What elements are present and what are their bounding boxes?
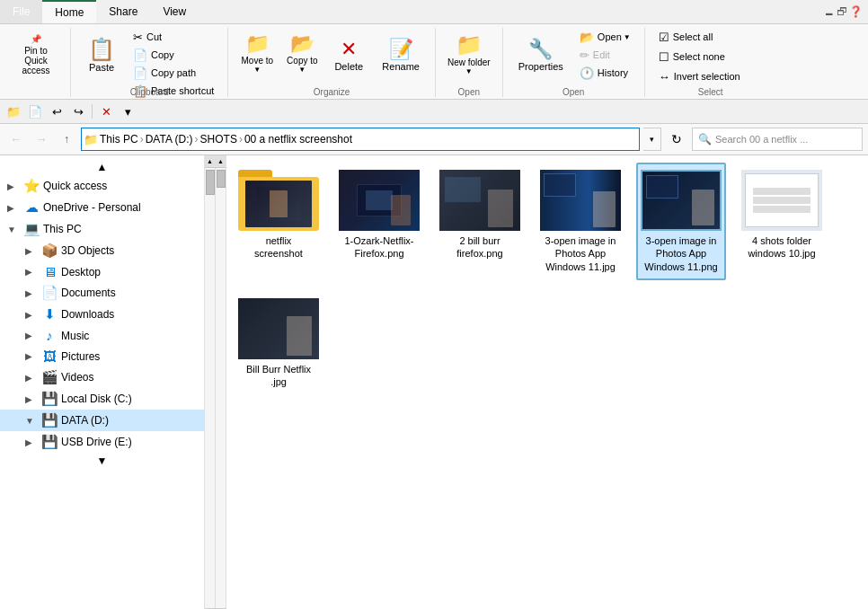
paste-icon: 📋 xyxy=(88,37,115,62)
sidebar-scrollbar-thumb[interactable] xyxy=(206,170,215,195)
back-button[interactable]: ← xyxy=(5,128,27,150)
expand-icon-e: ▶ xyxy=(25,437,38,447)
pin-icon: 📌 xyxy=(31,34,41,44)
thumb-6 xyxy=(238,298,319,359)
expand-icon-music: ▶ xyxy=(25,331,38,340)
sidebar-item-quick-access[interactable]: ▶ ⭐ Quick access xyxy=(0,175,204,197)
files-scrollbar: ▲ ▼ xyxy=(216,155,226,609)
sidebar-scroll-up-btn[interactable]: ▲ xyxy=(205,155,216,168)
documents-icon: 📄 xyxy=(41,285,58,301)
breadcrumb-sep-2: › xyxy=(195,133,199,146)
tab-home[interactable]: Home xyxy=(42,0,96,23)
search-box[interactable]: 🔍 Search 00 a netflix ... xyxy=(692,128,863,151)
address-dropdown-button[interactable]: ▾ xyxy=(643,128,661,151)
sidebar-scrollbar: ▲ ▼ xyxy=(204,155,215,609)
open-button[interactable]: 📂 Open ▼ xyxy=(573,28,637,46)
properties-button[interactable]: 🔧 Properties xyxy=(510,28,571,82)
tab-file[interactable]: File xyxy=(0,0,42,23)
breadcrumb-current[interactable]: 00 a netflix screenshot xyxy=(244,133,352,146)
redo-button[interactable]: ↪ xyxy=(68,102,88,121)
undo-button[interactable]: ↩ xyxy=(47,102,66,121)
forward-button[interactable]: → xyxy=(31,128,52,150)
3d-objects-icon: 📦 xyxy=(41,243,58,259)
thumb-3 xyxy=(540,170,621,231)
sidebar-item-usb-e[interactable]: ▶ 💾 USB Drive (E:) xyxy=(0,431,204,453)
select-all-icon: ☑ xyxy=(659,31,669,44)
copy-path-button[interactable]: 📄 Copy path xyxy=(127,64,220,82)
search-placeholder: Search 00 a netflix ... xyxy=(715,134,808,145)
tab-share[interactable]: Share xyxy=(96,0,150,23)
expand-icon-documents: ▶ xyxy=(25,288,38,298)
file-item-5[interactable]: 4 shots folder windows 10.jpg xyxy=(737,163,827,280)
sidebar: ▲ ▶ ⭐ Quick access ▶ ☁ OneDrive - Person… xyxy=(0,155,204,609)
move-icon: 📁 xyxy=(245,32,270,56)
file-item-3[interactable]: 3-open image in Photos App Windows 11.jp… xyxy=(536,163,625,280)
breadcrumb-this-pc[interactable]: This PC xyxy=(100,133,138,146)
sidebar-item-pictures[interactable]: ▶ 🖼 Pictures xyxy=(0,346,204,366)
select-all-button[interactable]: ☑ Select all xyxy=(652,28,769,46)
maximize-button[interactable]: 🗗 xyxy=(837,5,847,18)
copy-to-dropdown-icon: ▼ xyxy=(298,66,306,74)
qat-more-button[interactable]: ▾ xyxy=(118,102,137,121)
copy-button[interactable]: 📄 Copy xyxy=(127,46,220,64)
sidebar-item-onedrive[interactable]: ▶ ☁ OneDrive - Personal xyxy=(0,197,204,218)
search-icon: 🔍 xyxy=(698,133,712,146)
minimize-button[interactable]: 🗕 xyxy=(824,5,835,18)
invert-selection-button[interactable]: ↔ Invert selection xyxy=(652,67,769,85)
expand-icon-c: ▶ xyxy=(25,394,38,404)
delete-qat-button[interactable]: ✕ xyxy=(96,102,116,121)
file-item-6[interactable]: Bill Burr Netflix .jpg xyxy=(234,291,323,396)
new-folder-button[interactable]: 📁 New folder ▼ xyxy=(443,28,495,82)
sidebar-item-downloads[interactable]: ▶ ⬇ Downloads xyxy=(0,304,204,325)
properties-icon: 🔧 xyxy=(528,38,553,61)
new-folder-icon: 📁 xyxy=(456,32,483,57)
sidebar-item-desktop[interactable]: ▶ 🖥 Desktop xyxy=(0,261,204,282)
scissors-icon: ✂ xyxy=(133,31,143,44)
copy-icon: 📄 xyxy=(133,49,147,62)
ribbon-tabs: File Home Share View 🗕 🗗 ❓ xyxy=(0,0,868,24)
sidebar-scroll-down[interactable]: ▼ xyxy=(0,453,204,469)
sidebar-item-documents[interactable]: ▶ 📄 Documents xyxy=(0,282,204,304)
folder-thumbnail xyxy=(238,170,319,231)
videos-icon: 🎬 xyxy=(41,369,58,385)
rename-button[interactable]: 📝 Rename xyxy=(374,28,428,82)
sidebar-item-local-disk-c[interactable]: ▶ 💾 Local Disk (C:) xyxy=(0,388,204,410)
move-to-button[interactable]: 📁 Move to ▼ xyxy=(235,28,279,82)
files-scrollbar-thumb[interactable] xyxy=(217,170,226,188)
copy-to-button[interactable]: 📂 Copy to ▼ xyxy=(280,28,323,82)
help-button[interactable]: ❓ xyxy=(849,5,863,18)
refresh-button[interactable]: ↻ xyxy=(665,128,688,151)
expand-icon-desktop: ▶ xyxy=(25,267,38,277)
sidebar-item-3d-objects[interactable]: ▶ 📦 3D Objects xyxy=(0,240,204,261)
up-button[interactable]: ↑ xyxy=(56,128,77,150)
files-grid: netflix screenshot 1-Ozark-Net xyxy=(234,163,861,395)
usb-drive-e-icon: 💾 xyxy=(41,434,58,450)
main-layout: ▲ ▶ ⭐ Quick access ▶ ☁ OneDrive - Person… xyxy=(0,155,868,609)
edit-button[interactable]: ✏ Edit xyxy=(573,46,637,64)
sidebar-item-music[interactable]: ▶ ♪ Music xyxy=(0,325,204,346)
breadcrumb-shots[interactable]: SHOTS xyxy=(200,133,237,146)
delete-button[interactable]: ✕ Delete xyxy=(325,28,372,82)
thumb-4 xyxy=(641,170,722,231)
ribbon-group-open: 🔧 Properties 📂 Open ▼ ✏ Edit 🕐 xyxy=(503,28,645,97)
sidebar-item-this-pc[interactable]: ▼ 💻 This PC xyxy=(0,218,204,240)
file-item-4[interactable]: 3-open image in Photos App Windows 11.pn… xyxy=(636,163,726,280)
breadcrumb-data-d[interactable]: DATA (D:) xyxy=(146,133,193,146)
sidebar-item-data-d[interactable]: ▼ 💾 DATA (D:) xyxy=(0,410,204,431)
select-none-button[interactable]: ☐ Select none xyxy=(652,48,769,66)
file-item-1[interactable]: 1-Ozark-Netflix-Firefox.png xyxy=(334,163,424,280)
file-item-2[interactable]: 2 bill burr firefox.png xyxy=(435,163,525,280)
ribbon-group-new: 📁 New folder ▼ Open xyxy=(436,28,503,97)
sidebar-scroll-up[interactable]: ▲ xyxy=(0,159,204,175)
file-item-folder[interactable]: netflix screenshot xyxy=(234,163,323,280)
history-button[interactable]: 🕐 History xyxy=(573,64,637,82)
expand-icon-this-pc: ▼ xyxy=(7,225,20,234)
sidebar-item-videos[interactable]: ▶ 🎬 Videos xyxy=(0,366,204,388)
paste-button[interactable]: 📋 Paste xyxy=(78,28,125,82)
files-scroll-up-btn[interactable]: ▲ xyxy=(216,155,226,168)
tab-view[interactable]: View xyxy=(150,0,199,23)
quick-access-toolbar: 📁 📄 ↩ ↪ ✕ ▾ xyxy=(0,100,868,124)
cut-button[interactable]: ✂ Cut xyxy=(127,28,220,46)
pin-quick-access-button[interactable]: 📌 Pin to Quick access xyxy=(9,28,63,82)
rename-icon: 📝 xyxy=(389,38,413,61)
